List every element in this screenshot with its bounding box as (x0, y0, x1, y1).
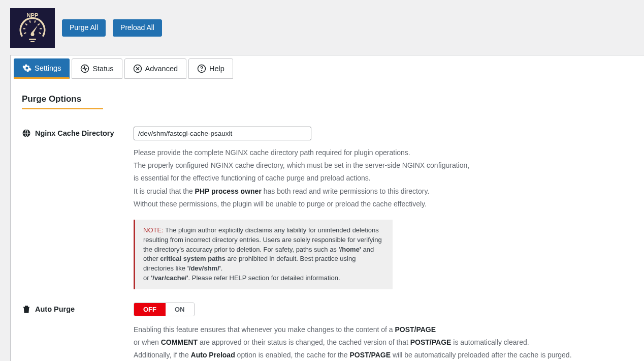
tools-icon (133, 64, 142, 73)
header-row: NPP Purge All Preload All (0, 0, 644, 55)
auto-purge-toggle[interactable]: OFF ON (134, 303, 195, 316)
toggle-on[interactable]: ON (166, 303, 194, 316)
tab-settings[interactable]: Settings (14, 58, 70, 79)
auto-purge-help: Enabling this feature ensures that whene… (134, 323, 601, 361)
cache-dir-help: Please provide the complete NGINX cache … (134, 146, 601, 210)
help-icon (197, 64, 206, 73)
gear-icon (22, 64, 31, 73)
pulse-icon (80, 64, 89, 73)
globe-icon (22, 129, 31, 138)
cache-directory-input[interactable] (134, 127, 311, 140)
tab-label: Advanced (145, 65, 178, 73)
purge-all-button[interactable]: Purge All (62, 19, 106, 37)
tab-status[interactable]: Status (72, 58, 122, 79)
section-underline (22, 108, 103, 109)
tab-help[interactable]: Help (188, 58, 233, 79)
settings-panel: Settings Status Advanced Help Purge Opti… (10, 55, 644, 361)
cache-dir-label: Nginx Cache Directory (22, 127, 134, 138)
tab-label: Status (92, 65, 113, 73)
svg-line-5 (35, 20, 35, 22)
tab-bar: Settings Status Advanced Help (11, 55, 644, 79)
auto-purge-label: Auto Purge (22, 303, 134, 314)
section-title: Purge Options (22, 94, 633, 104)
preload-all-button[interactable]: Preload All (113, 19, 162, 37)
plugin-logo: NPP (10, 8, 55, 48)
svg-line-1 (24, 33, 26, 34)
tab-label: Settings (35, 64, 61, 72)
gauge-icon: NPP (15, 10, 50, 46)
svg-point-15 (201, 70, 202, 71)
cache-dir-note: NOTE: The plugin author explicitly discl… (134, 220, 393, 289)
tab-label: Help (209, 65, 224, 73)
svg-line-8 (39, 33, 41, 34)
svg-line-3 (25, 24, 27, 25)
svg-rect-11 (30, 41, 35, 42)
svg-point-9 (31, 33, 35, 36)
trash-icon (22, 305, 31, 314)
tab-advanced[interactable]: Advanced (124, 58, 187, 79)
toggle-off[interactable]: OFF (134, 303, 166, 316)
svg-line-4 (29, 20, 30, 22)
svg-rect-10 (29, 39, 36, 40)
svg-line-6 (38, 24, 40, 25)
